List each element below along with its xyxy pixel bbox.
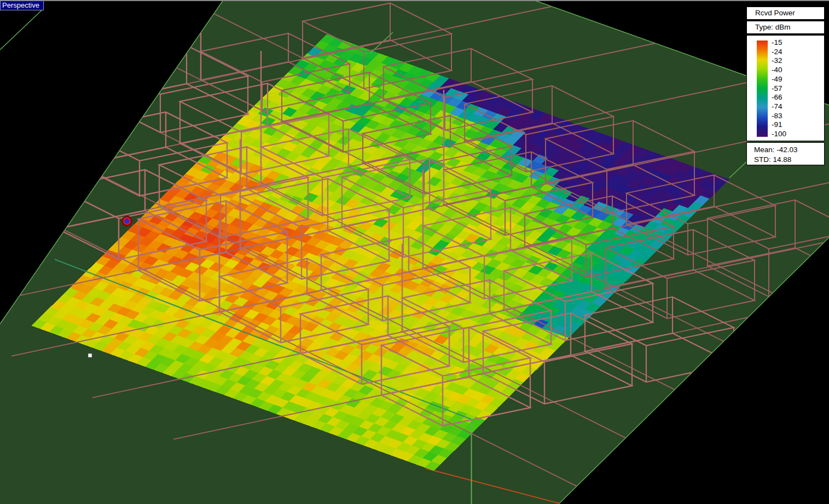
legend-tick-label: -24: [772, 48, 782, 56]
legend-colorbar: [757, 40, 768, 137]
legend-tick-label: -32: [772, 57, 782, 65]
window-top-strip: [0, 0, 829, 1]
tx-marker[interactable]: [121, 216, 132, 227]
legend-tick-label: -100: [772, 130, 786, 138]
legend-tick-label: -49: [772, 76, 782, 83]
waypoint-marker[interactable]: [88, 354, 92, 357]
legend-tick-label: -40: [772, 66, 782, 74]
legend-title: Rcvd Power: [746, 7, 825, 20]
legend-tick-label: -66: [772, 94, 782, 101]
legend-mean-value: Mean: -42.03: [754, 145, 824, 155]
legend-tick-label: -74: [772, 103, 782, 111]
legend-statistics: Mean: -42.03 STD: 14.88: [746, 142, 825, 165]
viewport-3d[interactable]: [0, 0, 829, 504]
legend-std-value: STD: 14.88: [754, 155, 824, 165]
legend-color-scale: -15-24-32-40-49-57-66-74-83-91-100: [746, 35, 825, 141]
legend-tick-label: -83: [772, 112, 782, 120]
legend-panel: Rcvd Power Type: dBm -15-24-32-40-49-57-…: [746, 7, 825, 166]
legend-tick-label: -15: [772, 39, 782, 47]
legend-tick-label: -91: [772, 121, 782, 129]
app-window: { "window": { "view_label": "Perspective…: [0, 0, 829, 504]
legend-tick-label: -57: [772, 85, 782, 92]
legend-type-label: Type: dBm: [746, 21, 825, 34]
view-mode-label: Perspective: [0, 1, 44, 10]
